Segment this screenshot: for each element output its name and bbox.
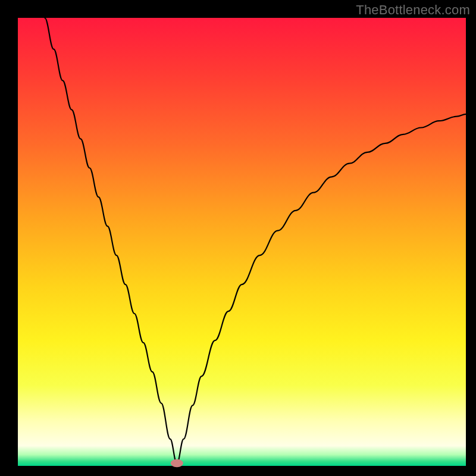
bottleneck-chart	[0, 0, 476, 476]
chart-frame: TheBottleneck.com	[0, 0, 476, 476]
optimal-point-marker	[171, 459, 183, 468]
plot-background	[18, 18, 466, 466]
watermark-text: TheBottleneck.com	[356, 2, 470, 18]
